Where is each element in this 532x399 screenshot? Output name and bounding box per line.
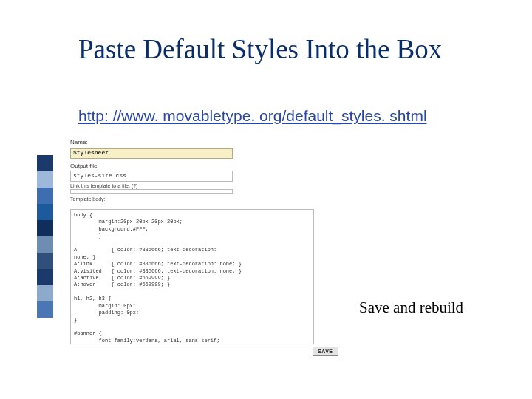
name-label: Name: — [70, 140, 242, 146]
default-styles-link[interactable]: http: //www. movabletype. org/default_st… — [78, 107, 427, 125]
save-button[interactable]: SAVE — [313, 347, 338, 356]
output-file-input[interactable]: styles-site.css — [70, 171, 233, 182]
name-input[interactable]: Stylesheet — [70, 148, 233, 159]
slide-title: Paste Default Styles Into the Box — [78, 33, 442, 65]
template-form: Name: Stylesheet Output file: styles-sit… — [70, 135, 242, 202]
save-rebuild-note: Save and rebuild — [359, 299, 463, 317]
decorative-side-blocks — [37, 155, 53, 318]
template-body-textarea[interactable]: body { margin:20px 20px 20px 20px; backg… — [70, 209, 314, 344]
link-file-input[interactable] — [70, 189, 233, 194]
template-body-label: Template body: — [70, 197, 242, 202]
link-file-label: Link this template to a file: (?) — [70, 183, 242, 189]
output-file-label: Output file: — [70, 163, 242, 170]
